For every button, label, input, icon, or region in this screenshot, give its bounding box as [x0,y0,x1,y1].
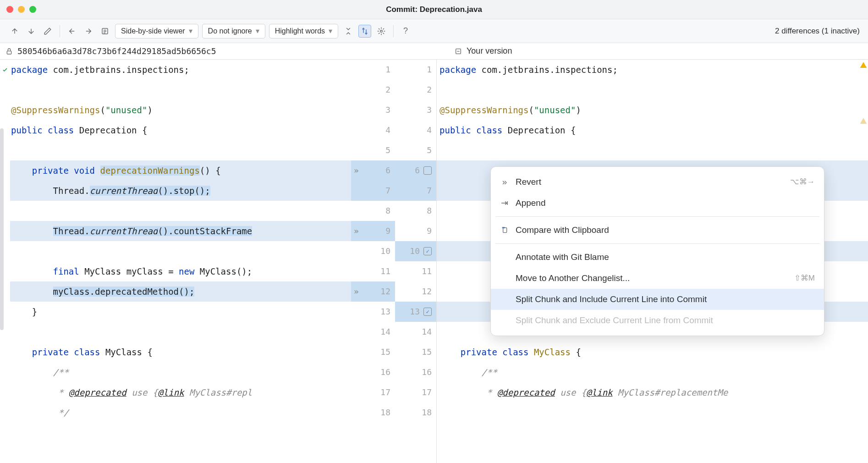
code-line[interactable]: public class Deprecation { [10,120,351,140]
menu-item[interactable]: Move to Another Changelist...⇧⌘M [491,268,824,289]
divider [393,25,394,37]
highlight-mode-label: Highlight words [275,27,325,35]
line-number: 3 [395,100,436,120]
line-number: 16 [395,362,436,382]
line-number: »6 [351,160,395,181]
sync-icon [361,27,369,35]
right-line-numbers: 12345678910✓111213✓1415161718 [395,60,436,463]
code-line[interactable]: myClass.deprecatedMethod(); [10,281,351,302]
line-number: 17 [395,382,436,402]
code-line[interactable]: * @deprecated use {@link MyClass#repl [10,382,351,402]
code-line[interactable]: private void deprecationWarnings() { [10,160,351,181]
nav-back-button[interactable] [66,25,78,38]
help-button[interactable]: ? [399,25,412,38]
file-list-button[interactable] [99,25,111,38]
menu-item-label: Move to Another Changelist... [516,268,630,288]
code-line[interactable]: */ [10,402,351,423]
code-line[interactable]: private class MyClass { [10,342,351,362]
line-number: 11 [351,261,395,281]
context-menu: »Revert⌥⌘→⇥AppendCompare with ClipboardA… [490,166,824,336]
menu-item-label: Annotate with Git Blame [516,247,609,267]
menu-item: Split Chunk and Exclude Current Line fro… [491,310,824,331]
code-line[interactable] [437,140,868,160]
code-line[interactable] [10,140,351,160]
prev-diff-button[interactable] [8,25,21,38]
menu-divider [495,243,819,244]
left-pane-header: 580546b6a6a3d78c73b6f244d29185ad5b6656c5 [0,43,449,59]
menu-item[interactable]: Annotate with Git Blame [491,247,824,268]
close-button[interactable] [6,6,13,13]
edit-source-button[interactable] [41,25,54,38]
code-line[interactable]: public class Deprecation { [437,120,868,140]
settings-button[interactable] [375,25,388,38]
warning-icon[interactable] [860,117,867,125]
line-number: 16 [351,362,395,382]
viewer-mode-dropdown[interactable]: Side-by-side viewer ▾ [115,24,198,39]
code-line[interactable]: @SuppressWarnings("unused") [10,100,351,120]
menu-item[interactable]: Compare with Clipboard [491,220,824,241]
code-line[interactable] [437,402,868,423]
code-line[interactable]: package com.jetbrains.inspections; [10,60,351,80]
line-number: 7 [395,181,436,201]
include-chunk-checkbox[interactable]: ✓ [423,308,432,316]
collapse-icon[interactable] [455,48,462,55]
code-line[interactable] [10,80,351,100]
code-line[interactable]: private class MyClass { [437,342,868,362]
code-line[interactable]: Thread.currentThread().countStackFrame [10,221,351,241]
arrow-up-icon [11,27,19,35]
code-line[interactable] [10,201,351,221]
line-number: 6 [395,160,436,181]
highlight-mode-dropdown[interactable]: Highlight words ▾ [269,24,338,39]
menu-item[interactable]: ⇥Append [491,193,824,214]
code-line[interactable] [437,80,868,100]
lock-icon [5,48,13,55]
apply-chunk-icon[interactable]: » [354,281,359,302]
line-number: 15 [395,342,436,362]
nav-forward-button[interactable] [82,25,95,38]
code-line[interactable]: package com.jetbrains.inspections; [437,60,868,80]
maximize-button[interactable] [29,6,36,13]
code-line[interactable] [10,322,351,342]
toolbar: Side-by-side viewer ▾ Do not ignore ▾ Hi… [0,19,868,43]
help-icon: ? [403,26,408,36]
line-number: 18 [395,402,436,423]
code-line[interactable]: Thread.currentThread().stop(); [10,181,351,201]
apply-chunk-icon[interactable]: » [354,160,359,181]
menu-item[interactable]: »Revert⌥⌘→ [491,171,824,193]
code-line[interactable] [10,241,351,261]
line-number: 8 [351,201,395,221]
left-code-pane[interactable]: package com.jetbrains.inspections;@Suppr… [10,60,351,463]
sync-scroll-button[interactable] [358,25,371,38]
diff-body: package com.jetbrains.inspections;@Suppr… [0,60,868,463]
svg-rect-5 [502,227,505,228]
code-line[interactable]: /** [437,362,868,382]
left-line-numbers: 12345»678»91011»12131415161718 [351,60,395,463]
code-line[interactable]: /** [10,362,351,382]
ignore-mode-dropdown[interactable]: Do not ignore ▾ [202,24,265,39]
menu-item-label: Append [516,193,546,213]
right-pane-label: Your version [467,46,512,56]
scrollbar[interactable] [0,128,4,330]
include-chunk-checkbox[interactable]: ✓ [423,247,432,255]
minimize-button[interactable] [18,6,25,13]
line-number: 15 [351,342,395,362]
arrow-down-icon [27,27,35,35]
code-line[interactable]: @SuppressWarnings("unused") [437,100,868,120]
window-title: Commit: Deprecation.java [386,5,482,14]
revert-icon: » [500,172,509,192]
include-chunk-checkbox[interactable] [423,166,432,175]
code-line[interactable]: final MyClass myClass = new MyClass(); [10,261,351,281]
menu-item[interactable]: Split Chunk and Include Current Line int… [491,289,824,310]
gear-icon [377,27,385,35]
apply-chunk-icon[interactable]: » [354,221,359,241]
next-diff-button[interactable] [25,25,38,38]
line-number: 18 [351,402,395,423]
svg-rect-4 [503,228,507,233]
code-line[interactable]: * @deprecated use {@link MyClass#replace… [437,382,868,402]
line-number: 4 [351,120,395,140]
code-line[interactable]: } [10,302,351,322]
collapse-unchanged-button[interactable] [342,25,355,38]
collapse-icon [344,27,352,35]
warning-icon[interactable] [860,61,867,69]
line-number: 13✓ [395,302,436,322]
